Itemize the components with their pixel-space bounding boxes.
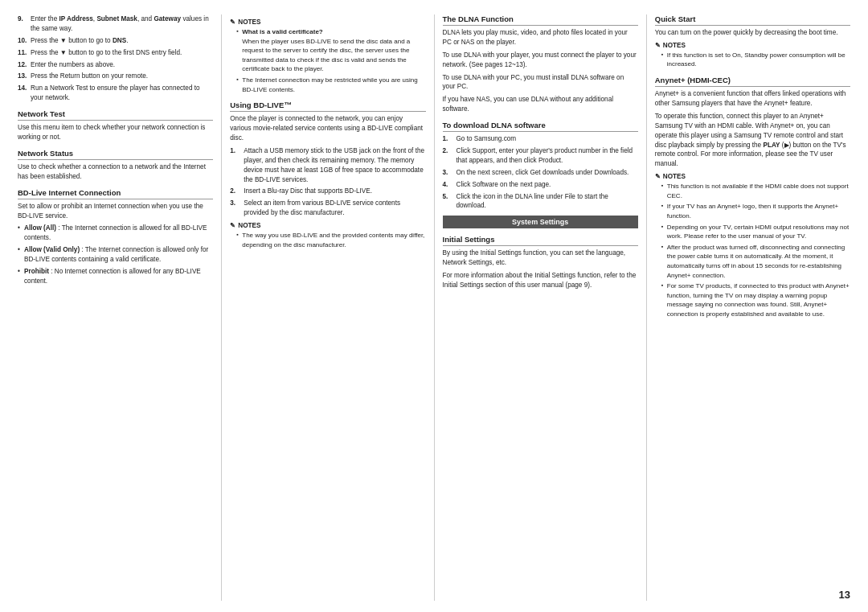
bd-live-body: Set to allow or prohibit an Internet con…	[18, 202, 213, 221]
anynet-body1: Anynet+ is a convenient function that of…	[655, 89, 850, 109]
bdlive-step-3: 3. Select an item from various BD-LIVE s…	[230, 199, 425, 218]
column-3: The DLNA Function DLNA lets you play mus…	[435, 14, 647, 601]
anynet-body2: To operate this function, connect this p…	[655, 112, 850, 169]
notes-list-quick-start: If this function is set to On, Standby p…	[655, 51, 850, 69]
bdlive-step-1: 1. Attach a USB memory stick to the USB …	[230, 146, 425, 185]
page-container: 9. Enter the IP Address, Subnet Mask, an…	[0, 0, 868, 612]
notes-box-anynet: NOTES This function is not available if …	[655, 173, 850, 318]
initial-settings-body1: By using the Initial Settings function, …	[443, 248, 638, 268]
anynet-note-3: Depending on your TV, certain HDMI outpu…	[661, 223, 850, 241]
dlna-step-5: 5. Click the icon in the DLNA line under…	[443, 192, 638, 212]
anynet-note-5: For some TV products, if connected to th…	[661, 281, 850, 318]
notes-title-quick-start: NOTES	[655, 42, 850, 49]
dlna-step-3: 3. On the next screen, click Get downloa…	[443, 168, 638, 178]
notes-item-bdlive-vary: The way you use BD-LIVE and the provided…	[236, 231, 425, 249]
network-test-title: Network Test	[18, 109, 213, 121]
dlna-step-4: 4. Click Software on the next page.	[443, 180, 638, 190]
using-bdlive-intro: Once the player is connected to the netw…	[230, 114, 425, 143]
numbered-list-9-14: 9. Enter the IP Address, Subnet Mask, an…	[18, 14, 213, 103]
list-item-13: 13. Press the Return button on your remo…	[18, 72, 213, 81]
notes-list-anynet: This function is not available if the HD…	[655, 182, 850, 318]
notes-box-2: NOTES The way you use BD-LIVE and the pr…	[230, 222, 425, 249]
dlna-body2: To use DLNA with your player, you must c…	[443, 51, 638, 70]
download-dlna-steps: 1. Go to Samsung.com 2. Click Support, e…	[443, 134, 638, 211]
dlna-step-2: 2. Click Support, enter your player's pr…	[443, 146, 638, 166]
initial-settings-body2: For more information about the Initial S…	[443, 271, 638, 290]
anynet-note-4: After the product was turned off, discon…	[661, 243, 850, 280]
page-wrapper: 9. Enter the IP Address, Subnet Mask, an…	[0, 0, 868, 612]
download-dlna-title: To download DLNA software	[443, 121, 638, 132]
list-item-12: 12. Enter the numbers as above.	[18, 60, 213, 70]
system-settings-bar: System Settings	[443, 216, 638, 228]
list-item-14: 14. Run a Network Test to ensure the pla…	[18, 84, 213, 103]
bd-live-bullets: Allow (All) : The Internet connection is…	[18, 224, 213, 285]
notes-list-2: The way you use BD-LIVE and the provided…	[230, 231, 425, 249]
dlna-body3: To use DLNA with your PC, you must insta…	[443, 73, 638, 92]
network-test-body: Use this menu item to check whether your…	[18, 123, 213, 142]
quick-start-title: Quick Start	[655, 14, 850, 26]
column-1: 9. Enter the IP Address, Subnet Mask, an…	[18, 14, 222, 601]
notes-list-1: What is a valid certificate? When the pl…	[230, 27, 425, 94]
using-bdlive-title: Using BD-LIVE™	[230, 101, 425, 112]
bd-live-allow-valid: Allow (Valid Only) : The Internet connec…	[18, 245, 213, 265]
network-status-body: Use to check whether a connection to a n…	[18, 162, 213, 182]
columns: 9. Enter the IP Address, Subnet Mask, an…	[18, 14, 850, 601]
bd-live-allow-all: Allow (All) : The Internet connection is…	[18, 224, 213, 243]
dlna-body1: DLNA lets you play music, video, and pho…	[443, 28, 638, 47]
list-item-9: 9. Enter the IP Address, Subnet Mask, an…	[18, 14, 213, 34]
list-item-10: 10. Press the ▼ button to go to DNS.	[18, 36, 213, 46]
notes-item-valid-cert: What is a valid certificate? When the pl…	[236, 27, 425, 74]
anynet-note-1: This function is not available if the HD…	[661, 182, 850, 200]
network-status-title: Network Status	[18, 149, 213, 160]
anynet-title: Anynet+ (HDMI-CEC)	[655, 76, 850, 87]
bd-live-prohibit: Prohibit : No Internet connection is all…	[18, 267, 213, 286]
bdlive-steps: 1. Attach a USB memory stick to the USB …	[230, 146, 425, 218]
notes-title-2: NOTES	[230, 222, 425, 229]
notes-box-quick-start: NOTES If this function is set to On, Sta…	[655, 42, 850, 69]
notes-box-1: NOTES What is a valid certificate? When …	[230, 18, 425, 94]
notes-title-1: NOTES	[230, 18, 425, 26]
anynet-note-2: If your TV has an Anynet+ logo, then it …	[661, 202, 850, 220]
notes-title-anynet: NOTES	[655, 173, 850, 180]
list-item-11: 11. Press the ▼ button to go to the firs…	[18, 48, 213, 58]
dlna-step-1: 1. Go to Samsung.com	[443, 134, 638, 144]
dlna-title: The DLNA Function	[443, 14, 638, 26]
initial-settings-title: Initial Settings	[443, 235, 638, 246]
column-4: Quick Start You can turn on the power qu…	[647, 14, 850, 601]
notes-item-standby: If this function is set to On, Standby p…	[661, 51, 850, 69]
bdlive-step-2: 2. Insert a Blu-ray Disc that supports B…	[230, 187, 425, 196]
notes-item-restricted: The Internet connection may be restricte…	[236, 76, 425, 94]
dlna-body4: If you have NAS, you can use DLNA withou…	[443, 95, 638, 114]
column-2: NOTES What is a valid certificate? When …	[222, 14, 434, 601]
page-number: 13	[839, 589, 850, 601]
bd-live-title: BD-Live Internet Connection	[18, 188, 213, 199]
quick-start-body: You can turn on the power quickly by dec…	[655, 28, 850, 38]
